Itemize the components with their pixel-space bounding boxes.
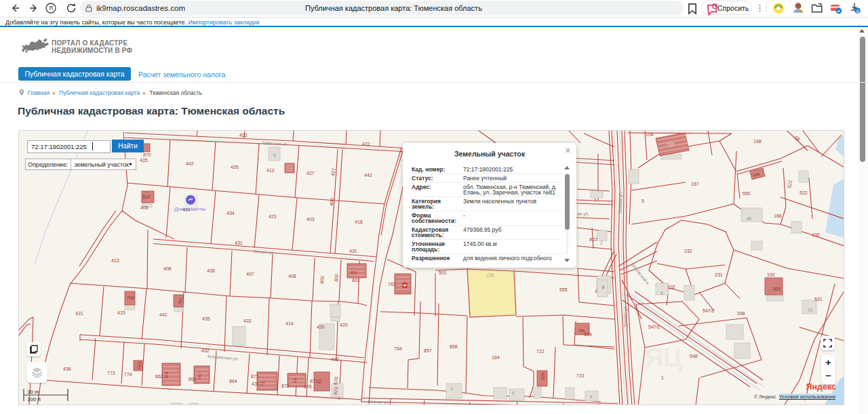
svg-text:786: 786 xyxy=(578,329,585,333)
svg-text:555: 555 xyxy=(559,287,568,292)
svg-text:412: 412 xyxy=(267,168,275,173)
svg-text:442: 442 xyxy=(364,173,372,178)
svg-text:773: 773 xyxy=(107,371,115,375)
svg-text:501: 501 xyxy=(439,270,447,275)
svg-text:858: 858 xyxy=(450,344,458,349)
svg-text:102: 102 xyxy=(667,285,675,289)
svg-text:Яр: Яр xyxy=(317,378,322,384)
svg-text:415: 415 xyxy=(117,310,125,315)
svg-text:432: 432 xyxy=(331,357,339,362)
svg-text:422: 422 xyxy=(239,133,248,138)
svg-text:420: 420 xyxy=(317,325,325,329)
svg-text:433: 433 xyxy=(243,318,252,323)
svg-text:801: 801 xyxy=(352,278,360,283)
svg-text:431: 431 xyxy=(349,249,357,253)
svg-text:167: 167 xyxy=(691,182,699,186)
svg-text:800: 800 xyxy=(319,276,325,284)
svg-text:403: 403 xyxy=(307,217,315,222)
svg-text:10: 10 xyxy=(808,308,813,312)
svg-text:46: 46 xyxy=(747,216,752,221)
svg-text:427: 427 xyxy=(307,171,315,175)
svg-text:Ленина ул.: Ленина ул. xyxy=(618,191,623,213)
svg-text:2: 2 xyxy=(600,241,603,245)
svg-text:30 m: 30 m xyxy=(27,389,39,395)
svg-text:4: 4 xyxy=(602,285,605,289)
svg-text:870: 870 xyxy=(143,152,151,157)
svg-text:428: 428 xyxy=(207,268,215,273)
svg-text:678: 678 xyxy=(333,377,338,386)
svg-text:436: 436 xyxy=(63,367,71,371)
svg-text:4: 4 xyxy=(856,8,859,14)
svg-text:764: 764 xyxy=(394,346,402,351)
svg-text:100: 100 xyxy=(767,272,775,277)
svg-text:5: 5 xyxy=(273,153,276,158)
svg-text:420: 420 xyxy=(340,323,348,327)
svg-text:768: 768 xyxy=(127,295,134,300)
svg-text:425: 425 xyxy=(140,158,148,163)
svg-text:100 ft: 100 ft xyxy=(27,396,41,402)
svg-text:406: 406 xyxy=(163,266,172,271)
svg-text:505: 505 xyxy=(773,287,781,291)
svg-text:Дачная ул.: Дачная ул. xyxy=(623,305,629,327)
svg-text:873: 873 xyxy=(333,387,338,396)
svg-text:ая ул.: ая ул. xyxy=(577,211,589,217)
svg-text:231: 231 xyxy=(715,272,723,277)
svg-text:864: 864 xyxy=(229,379,237,384)
svg-text:6: 6 xyxy=(594,198,597,203)
svg-text:407: 407 xyxy=(246,272,254,276)
svg-text:1: 1 xyxy=(661,375,664,380)
svg-text:164: 164 xyxy=(492,355,500,360)
svg-text:547/2: 547/2 xyxy=(703,308,715,313)
svg-text:522: 522 xyxy=(800,190,808,195)
svg-text:232: 232 xyxy=(684,249,692,253)
svg-text:435: 435 xyxy=(202,316,210,321)
svg-text:408: 408 xyxy=(288,274,296,278)
svg-text:872: 872 xyxy=(281,384,290,388)
svg-text:3: 3 xyxy=(450,386,453,391)
svg-text:431: 431 xyxy=(235,241,243,245)
svg-text:434: 434 xyxy=(226,211,235,215)
svg-text:783: 783 xyxy=(136,362,142,371)
svg-text:723: 723 xyxy=(576,373,585,378)
svg-text:414: 414 xyxy=(285,321,294,326)
svg-text:550: 550 xyxy=(743,191,751,196)
svg-text:722: 722 xyxy=(536,349,545,354)
svg-text:432: 432 xyxy=(201,348,210,353)
svg-text:5: 5 xyxy=(512,391,515,396)
svg-text:Домик мечты: Домик мечты xyxy=(174,206,205,212)
svg-text:166: 166 xyxy=(774,213,782,218)
svg-text:808: 808 xyxy=(540,372,545,380)
svg-text:426: 426 xyxy=(231,165,239,169)
svg-text:871: 871 xyxy=(251,374,259,379)
svg-text:413: 413 xyxy=(111,258,119,263)
svg-text:Я: Я xyxy=(49,5,53,12)
svg-text:554: 554 xyxy=(584,332,592,337)
svg-text:524: 524 xyxy=(142,194,150,199)
svg-text:423: 423 xyxy=(269,214,277,219)
svg-text:418: 418 xyxy=(355,220,363,224)
svg-text:800: 800 xyxy=(334,274,339,282)
svg-text:104: 104 xyxy=(646,132,654,137)
svg-text:548: 548 xyxy=(690,354,698,358)
svg-text:405: 405 xyxy=(140,205,149,210)
svg-text:403: 403 xyxy=(329,198,334,207)
svg-text:521: 521 xyxy=(814,297,823,302)
svg-text:678: 678 xyxy=(304,384,312,389)
svg-text:427: 427 xyxy=(330,168,336,177)
svg-text:ЯЦ: ЯЦ xyxy=(645,344,682,372)
svg-text:421: 421 xyxy=(75,311,83,316)
svg-text:6: 6 xyxy=(660,291,663,295)
svg-text:441: 441 xyxy=(159,312,167,317)
svg-text:547/1: 547/1 xyxy=(648,325,660,329)
svg-text:225: 225 xyxy=(486,273,494,278)
svg-text:774: 774 xyxy=(124,372,132,377)
svg-text:398: 398 xyxy=(737,311,745,316)
svg-text:763: 763 xyxy=(388,282,396,287)
svg-text:Я: Я xyxy=(262,381,266,384)
svg-text:873: 873 xyxy=(310,379,318,384)
svg-text:100: 100 xyxy=(812,232,820,237)
svg-text:422: 422 xyxy=(362,142,370,146)
svg-text:862: 862 xyxy=(155,374,163,379)
svg-text:857: 857 xyxy=(424,348,432,353)
svg-text:822: 822 xyxy=(589,237,597,242)
